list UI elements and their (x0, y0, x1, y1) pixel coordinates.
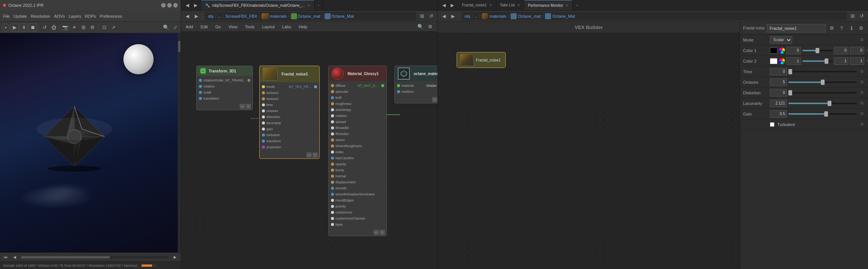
menu-tools[interactable]: Tools (243, 24, 256, 30)
right-tab-nav-back[interactable]: ◀ (440, 2, 448, 9)
props-gear2-btn[interactable]: ⚙ (857, 25, 865, 32)
rbc-octane-mat[interactable]: Octane_mat (518, 14, 541, 18)
color2-swatch[interactable] (770, 58, 777, 64)
right-node-canvas[interactable]: Fractal_noise1 (438, 33, 740, 269)
timeline-start-btn[interactable]: ⏮ (2, 253, 10, 261)
node-material-expand[interactable]: + (380, 230, 385, 235)
canvas-settings-btn[interactable]: ⚙ (426, 23, 434, 31)
scrollbar-thumb-v[interactable] (178, 41, 180, 52)
node-octane-collapse[interactable]: — (432, 97, 437, 102)
settings-icon-btn[interactable]: ⚙ (88, 23, 97, 32)
color1-r-input[interactable] (786, 47, 801, 54)
record-btn[interactable]: ● (2, 23, 10, 32)
mid-tab-close[interactable]: ✕ (307, 3, 310, 8)
right-nav-back[interactable]: ◀ (440, 12, 448, 20)
tab-nav-fwd[interactable]: ▶ (192, 2, 199, 9)
octaves-slider[interactable] (788, 81, 857, 83)
lacunarity-input[interactable] (770, 100, 787, 107)
tab-add-right[interactable]: + (573, 0, 581, 11)
grid-btn[interactable]: ⊞ (79, 23, 88, 32)
bc-materials[interactable]: materials (270, 14, 287, 18)
menu-edit[interactable]: Edit (199, 24, 209, 30)
menu-help[interactable]: Help (297, 24, 309, 30)
menu-file[interactable]: File (2, 13, 11, 19)
node-fractal-expand[interactable]: + (312, 152, 318, 158)
stop-btn[interactable]: ⏹ (29, 23, 37, 32)
refresh-btn[interactable]: ↺ (40, 23, 49, 32)
rbc-dots[interactable]: ... (474, 14, 478, 18)
zoom-out-btn[interactable]: 🔍 (162, 23, 170, 32)
viewport-scrollbar-v[interactable] (178, 33, 181, 252)
menu-add[interactable]: Add (184, 24, 195, 30)
minimize-btn[interactable] (161, 3, 166, 8)
right-refresh-btn[interactable]: ↺ (857, 12, 866, 20)
maximize-btn[interactable] (167, 3, 172, 8)
color2-wheel[interactable] (779, 58, 785, 64)
menu-aovs[interactable]: AOVs (52, 13, 66, 19)
prop-gain-gear[interactable]: ⚙ (859, 111, 865, 117)
time-slider-thumb[interactable] (788, 69, 792, 74)
menu-resolution[interactable]: Resolution (29, 13, 52, 19)
props-info-btn[interactable]: ℹ (848, 25, 855, 32)
prop-mode-select[interactable]: Scalar Color (770, 36, 792, 44)
frame-btn[interactable]: ⊡ (100, 23, 108, 32)
play-btn[interactable]: ▶ (11, 23, 19, 32)
octaves-input[interactable] (770, 78, 787, 86)
node-fractal-noise1[interactable]: Fractal_noise1 mode NT_TEX_FR... texture… (259, 66, 320, 159)
node-collapse-btn[interactable]: — (240, 104, 245, 109)
export-btn[interactable]: ↗ (109, 23, 117, 32)
menu-layout[interactable]: Layout (261, 24, 276, 30)
mid-tab-add[interactable]: + (314, 0, 323, 11)
prop-octaves-gear[interactable]: ⚙ (859, 79, 865, 85)
node-octane-material1[interactable]: octane_material1 material shader medium … (394, 66, 437, 103)
menu-labs[interactable]: Labs (281, 24, 293, 30)
fullscreen-btn[interactable]: ⤢ (171, 23, 179, 32)
menu-update[interactable]: Update (12, 13, 28, 19)
menu-preferences[interactable]: Preferences (98, 13, 123, 19)
bc-obj[interactable]: obj (208, 14, 214, 18)
node-transform-3d1[interactable]: Transform_3D1 rotationOrder_NT_TRANS... … (196, 66, 253, 110)
gain-input[interactable] (770, 110, 787, 118)
gain-slider[interactable] (788, 113, 857, 115)
distortion-slider[interactable] (788, 92, 857, 94)
bc-octane-mat[interactable]: Octane_mat (298, 14, 320, 18)
time-slider[interactable] (788, 71, 857, 72)
prop-color2-gear[interactable]: ⚙ (866, 58, 868, 64)
tab-take-list[interactable]: Take List ✕ (496, 0, 524, 11)
color2-g-input[interactable] (834, 57, 848, 65)
color2-slider[interactable] (802, 60, 833, 62)
rbc-octane-mat2[interactable]: Octane_Mat (553, 14, 575, 18)
bc-octane-mat2[interactable]: Octane_Mat (331, 14, 354, 18)
props-scroll[interactable]: Mode Scalar Color ⚙ Color 1 (740, 35, 868, 269)
close-btn[interactable] (173, 3, 178, 8)
menu-go[interactable]: Go (214, 24, 223, 30)
octaves-slider-thumb[interactable] (821, 80, 825, 85)
refresh-view-btn[interactable]: ↺ (427, 12, 435, 20)
color1-b-input[interactable] (850, 47, 864, 54)
nav-back[interactable]: ◀ (183, 12, 191, 20)
color1-g-input[interactable] (834, 47, 848, 54)
node-canvas[interactable]: Transform_3D1 rotationOrder_NT_TRANS... … (181, 32, 437, 269)
rbc-materials[interactable]: materials (489, 14, 506, 18)
color2-b-input[interactable] (850, 57, 864, 65)
power-btn[interactable]: ⏻ (49, 23, 58, 32)
sun-btn[interactable]: ☀ (70, 23, 78, 32)
prop-turbulent-gear[interactable]: ⚙ (859, 121, 865, 128)
right-layout-btn[interactable]: ⊞ (848, 12, 857, 20)
distortion-slider-thumb[interactable] (788, 90, 792, 95)
prop-lacunarity-gear[interactable]: ⚙ (859, 100, 865, 106)
prop-distortion-gear[interactable]: ⚙ (859, 90, 865, 96)
right-fractal-node[interactable]: Fractal_noise1 (457, 52, 506, 68)
timeline-prev-btn[interactable]: ◀ (11, 253, 19, 261)
node-material-collapse[interactable]: — (374, 230, 379, 235)
tab-fractal-close[interactable]: ✕ (489, 3, 492, 7)
distortion-input[interactable] (770, 89, 787, 97)
menu-view[interactable]: View (227, 24, 239, 30)
color2-r-input[interactable] (786, 57, 801, 65)
right-tab-nav-fwd[interactable]: ▶ (448, 2, 456, 9)
color1-swatch[interactable] (770, 48, 777, 54)
tab-perf-close[interactable]: ✕ (565, 3, 568, 8)
prop-time-gear[interactable]: ⚙ (859, 69, 865, 75)
bc-screws[interactable]: ScrewsFBX_FBX (225, 14, 257, 18)
rbc-obj[interactable]: obj (465, 14, 470, 18)
